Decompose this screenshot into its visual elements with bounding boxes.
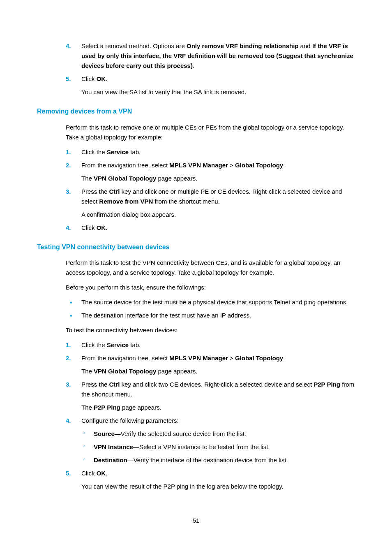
step-number: 1. — [66, 147, 71, 157]
step-text: Click the Service tab. — [81, 148, 141, 155]
step-text: From the navigation tree, select MPLS VP… — [81, 162, 285, 169]
param-item: VPN Instance—Select a VPN instance to be… — [81, 442, 355, 452]
s1-step-4: 4. Click OK. — [66, 223, 355, 233]
step-sub: The P2P Ping page appears. — [81, 403, 355, 412]
step-number: 1. — [66, 340, 71, 350]
step-number: 5. — [66, 468, 71, 478]
section1-intro: Perform this task to remove one or multi… — [66, 123, 355, 142]
step-number: 2. — [66, 160, 71, 170]
top-steps-list: 4. Select a removal method. Options are … — [66, 41, 355, 97]
step-text: Select a removal method. Options are Onl… — [81, 42, 353, 69]
s1-step-2: 2. From the navigation tree, select MPLS… — [66, 160, 355, 183]
step-text: Press the Ctrl key and click one or mult… — [81, 188, 342, 205]
step-sub: You can view the result of the P2P ping … — [81, 482, 355, 491]
s2-step-1: 1. Click the Service tab. — [66, 340, 355, 350]
s2-step-2: 2. From the navigation tree, select MPLS… — [66, 353, 355, 376]
step-number: 2. — [66, 353, 71, 363]
page-number: 51 — [37, 516, 355, 525]
section2-bullets: The source device for the test must be a… — [66, 297, 355, 320]
heading-testing-vpn: Testing VPN connectivity between devices — [37, 242, 355, 253]
step-sub: You can view the SA list to verify that … — [81, 87, 355, 97]
section2-intro: Perform this task to test the VPN connec… — [66, 258, 355, 278]
step-number: 4. — [66, 223, 71, 233]
step-4: 4. Select a removal method. Options are … — [66, 41, 355, 71]
step-text: Press the Ctrl key and click two CE devi… — [81, 381, 354, 398]
bullet-item: The destination interface for the test m… — [66, 311, 355, 320]
step-text: Click OK. — [81, 470, 107, 477]
s1-step-1: 1. Click the Service tab. — [66, 147, 355, 157]
bullet-item: The source device for the test must be a… — [66, 297, 355, 307]
param-item: Destination—Verify the interface of the … — [81, 455, 355, 465]
s2-step-3: 3. Press the Ctrl key and click two CE d… — [66, 380, 355, 412]
step-text: Click OK. — [81, 75, 107, 82]
step-number: 3. — [66, 187, 71, 197]
step-text: From the navigation tree, select MPLS VP… — [81, 355, 285, 362]
section2-totest: To test the connectivity between devices… — [66, 325, 355, 335]
step-number: 4. — [66, 416, 71, 426]
step-sub: A confirmation dialog box appears. — [81, 210, 355, 220]
document-page: 4. Select a removal method. Options are … — [0, 0, 392, 533]
step-text: Configure the following parameters: — [81, 417, 179, 424]
section1-steps: 1. Click the Service tab. 2. From the na… — [66, 147, 355, 233]
step-5: 5. Click OK. You can view the SA list to… — [66, 74, 355, 97]
s2-step-5: 5. Click OK. You can view the result of … — [66, 468, 355, 491]
s1-step-3: 3. Press the Ctrl key and click one or m… — [66, 187, 355, 220]
param-item: Source—Verify the selected source device… — [81, 429, 355, 439]
section2-steps: 1. Click the Service tab. 2. From the na… — [66, 340, 355, 491]
section2-before: Before you perform this task, ensure the… — [66, 283, 355, 292]
step-sub: The VPN Global Topology page appears. — [81, 174, 355, 183]
s2-step-4: 4. Configure the following parameters: S… — [66, 416, 355, 465]
heading-removing-devices: Removing devices from a VPN — [37, 106, 355, 117]
step-number: 4. — [66, 41, 71, 51]
step-number: 5. — [66, 74, 71, 84]
step-number: 3. — [66, 380, 71, 389]
parameter-list: Source—Verify the selected source device… — [81, 429, 355, 465]
step-sub: The VPN Global Topology page appears. — [81, 366, 355, 376]
step-text: Click the Service tab. — [81, 341, 141, 348]
step-text: Click OK. — [81, 224, 107, 231]
